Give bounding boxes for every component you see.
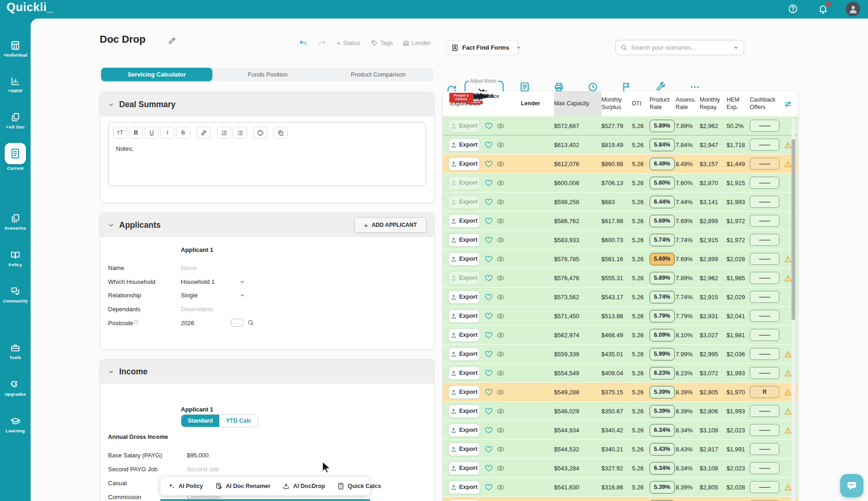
visibility-eye-icon[interactable] xyxy=(496,407,505,416)
tags-button[interactable]: Tags xyxy=(371,39,393,46)
product-rate-badge[interactable]: 5.39% xyxy=(650,481,675,494)
export-button[interactable]: Export xyxy=(448,424,480,437)
export-button[interactable]: Export xyxy=(448,500,480,501)
favorite-heart-icon[interactable] xyxy=(485,274,493,282)
favorite-heart-icon[interactable] xyxy=(485,483,493,491)
product-rate-badge[interactable]: 6.34% xyxy=(650,424,675,437)
help-icon[interactable] xyxy=(788,4,799,15)
add-applicant-button[interactable]: +ADD APPLICANT xyxy=(354,217,427,233)
export-button[interactable]: Export xyxy=(448,271,480,285)
cashback-button[interactable]: —— xyxy=(750,196,779,208)
visibility-eye-icon[interactable] xyxy=(496,445,505,454)
ai-tool-ai-doc-renamer[interactable]: AI Doc Renamer xyxy=(215,482,271,490)
notes-editor[interactable]: ᴛTBUIS Notes; xyxy=(108,122,426,186)
sidebar-item-current[interactable]: Current xyxy=(0,143,31,171)
postcode-options-button[interactable]: ... xyxy=(231,319,243,327)
visibility-eye-icon[interactable] xyxy=(496,160,505,168)
product-rate-badge[interactable]: 5.69% xyxy=(650,253,675,265)
sidebar-item-upgrades[interactable]: Upgrades xyxy=(0,379,31,397)
sidebar-item-tools[interactable]: Tools xyxy=(0,342,31,360)
avatar[interactable] xyxy=(846,2,860,16)
ai-tool-ai-docdrop[interactable]: AI DocDrop xyxy=(282,482,325,490)
editor-B-button[interactable]: B xyxy=(129,127,143,139)
fact-find-forms-button[interactable]: Fact Find Forms xyxy=(446,40,518,55)
visibility-eye-icon[interactable] xyxy=(496,122,505,130)
favorite-heart-icon[interactable] xyxy=(485,198,493,206)
visibility-eye-icon[interactable] xyxy=(496,331,505,340)
editor-S-button[interactable]: S xyxy=(176,127,190,139)
export-button[interactable]: Export xyxy=(448,309,480,323)
cashback-button[interactable]: —— xyxy=(750,443,779,455)
cashback-button[interactable]: —— xyxy=(750,462,779,474)
favorite-heart-icon[interactable] xyxy=(485,236,493,244)
editor-ol-button[interactable] xyxy=(217,127,231,139)
favorite-heart-icon[interactable] xyxy=(485,426,493,434)
scrollbar-thumb[interactable] xyxy=(791,139,795,320)
visibility-eye-icon[interactable] xyxy=(496,369,505,378)
relationship-select[interactable]: Single xyxy=(181,292,198,299)
editor-link-button[interactable] xyxy=(197,127,211,139)
cashback-button[interactable]: —— xyxy=(750,177,779,189)
cashback-button[interactable]: —— xyxy=(750,215,779,227)
sidebar-item--individual[interactable]: +Individual xyxy=(0,40,31,58)
product-rate-badge[interactable]: 6.49% xyxy=(650,158,675,170)
favorite-heart-icon[interactable] xyxy=(485,407,493,415)
cashback-button[interactable]: —— xyxy=(750,424,779,436)
editor-palette-button[interactable] xyxy=(253,127,267,139)
tab-servicing-calculator[interactable]: Servicing Calculator xyxy=(101,68,212,81)
income-header[interactable]: Income xyxy=(100,360,434,384)
visibility-eye-icon[interactable] xyxy=(496,198,505,206)
tab-funds-position[interactable]: Funds Position xyxy=(212,68,323,81)
export-button[interactable]: Export xyxy=(448,157,480,171)
favorite-heart-icon[interactable] xyxy=(485,331,493,339)
editor-ᴛT-button[interactable]: ᴛT xyxy=(113,127,127,139)
postcode-search-icon[interactable] xyxy=(247,318,254,327)
applicants-header[interactable]: Applicants +ADD APPLICANT xyxy=(100,213,434,237)
cashback-button[interactable]: —— xyxy=(750,120,779,132)
product-rate-badge[interactable]: 5.89% xyxy=(650,120,675,132)
edit-title-icon[interactable] xyxy=(168,36,177,45)
second-job-input[interactable]: Second Job xyxy=(187,466,219,473)
export-button[interactable]: Export xyxy=(448,366,480,380)
export-button[interactable]: Export xyxy=(448,347,480,361)
export-button[interactable]: Export xyxy=(448,214,480,228)
export-button[interactable]: Export xyxy=(448,462,480,475)
product-rate-badge[interactable]: 6.34% xyxy=(650,462,675,475)
export-button[interactable]: Export xyxy=(448,176,480,190)
visibility-eye-icon[interactable] xyxy=(496,483,505,492)
cashback-button[interactable]: —— xyxy=(750,253,779,265)
product-rate-badge[interactable]: 6.23% xyxy=(650,367,675,379)
redo-icon[interactable] xyxy=(318,39,326,47)
cashback-button[interactable]: —— xyxy=(750,405,779,417)
sidebar-item--alt-doc[interactable]: +Alt Doc xyxy=(0,112,31,129)
favorite-heart-icon[interactable] xyxy=(485,179,493,187)
chevron-down-icon[interactable] xyxy=(239,277,245,286)
export-button[interactable]: Export xyxy=(448,385,480,399)
add-status-button[interactable]: +Status xyxy=(337,39,360,47)
cashback-button[interactable]: —— xyxy=(750,329,779,341)
favorite-heart-icon[interactable] xyxy=(485,293,493,301)
cashback-button[interactable]: —— xyxy=(750,234,779,246)
editor-ul-button[interactable] xyxy=(233,127,247,139)
ai-tool-quick-calcs[interactable]: Quick Calcs xyxy=(337,482,381,490)
visibility-eye-icon[interactable] xyxy=(496,312,505,321)
sidebar-item-community[interactable]: Community xyxy=(0,286,31,303)
visibility-eye-icon[interactable] xyxy=(496,236,505,244)
visibility-eye-icon[interactable] xyxy=(496,293,505,302)
sidebar-item--smsf[interactable]: +SMSF xyxy=(0,76,31,93)
household-select[interactable]: Household 1 xyxy=(181,278,215,285)
favorite-heart-icon[interactable] xyxy=(485,369,493,377)
favorite-heart-icon[interactable] xyxy=(485,141,493,149)
editor-copy-button[interactable] xyxy=(274,127,287,139)
favorite-heart-icon[interactable] xyxy=(485,388,493,396)
cashback-button[interactable]: —— xyxy=(750,310,779,322)
undo-icon[interactable] xyxy=(299,39,307,47)
chevron-down-icon[interactable] xyxy=(108,101,115,108)
product-rate-badge[interactable]: 5.69% xyxy=(650,215,675,227)
cashback-button[interactable]: R xyxy=(750,386,779,398)
sidebar-item-policy[interactable]: Policy xyxy=(0,250,31,267)
deal-summary-header[interactable]: Deal Summary xyxy=(100,92,434,116)
chat-bubble-button[interactable] xyxy=(840,474,863,497)
postcode-input[interactable]: 2026 xyxy=(181,320,194,327)
column-settings-icon[interactable] xyxy=(784,100,792,109)
